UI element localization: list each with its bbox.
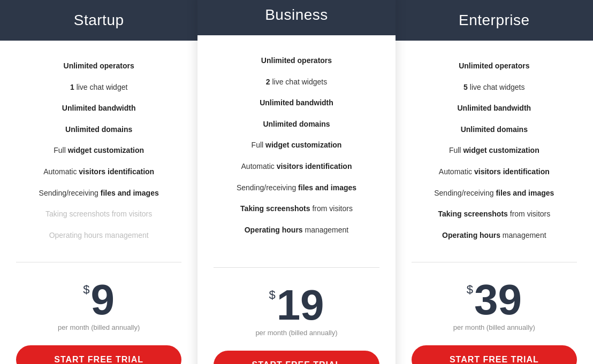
card-header-enterprise: Enterprise: [396, 0, 593, 41]
features-list-startup: Unlimited operators1 live chat widgetUnl…: [0, 41, 197, 257]
feature-item-enterprise-6: Sending/receiving files and images: [406, 183, 582, 204]
feature-item-business-6: Sending/receiving files and images: [208, 177, 384, 199]
feature-item-business-5: Automatic visitors identification: [208, 156, 384, 177]
plan-name-business: Business: [203, 6, 390, 24]
feature-item-enterprise-0: Unlimited operators: [406, 56, 582, 77]
feature-item-business-2: Unlimited bandwidth: [208, 92, 384, 114]
price-display-enterprise: $39: [401, 278, 588, 321]
divider-enterprise: [412, 262, 577, 262]
price-display-business: $19: [203, 284, 390, 327]
feature-item-business-4: Full widget customization: [208, 135, 384, 156]
currency-business: $: [269, 288, 275, 302]
pricing-section-startup: $9per month (billed annually): [0, 268, 197, 337]
pricing-card-business: BusinessUnlimited operators2 live chat w…: [197, 0, 395, 364]
feature-item-startup-1: 1 live chat widget: [11, 77, 187, 98]
amount-enterprise: 39: [474, 278, 522, 321]
feature-item-enterprise-8: Operating hours management: [406, 225, 582, 246]
billing-note-startup: per month (billed annually): [5, 323, 192, 331]
price-display-startup: $9: [5, 278, 192, 321]
feature-item-startup-2: Unlimited bandwidth: [11, 98, 187, 119]
feature-item-enterprise-3: Unlimited domains: [406, 119, 582, 141]
plan-name-startup: Startup: [5, 12, 192, 29]
amount-startup: 9: [91, 278, 115, 321]
cta-button-enterprise[interactable]: START FREE TRIAL: [412, 345, 577, 364]
feature-item-business-8: Operating hours management: [208, 220, 384, 241]
pricing-card-startup: StartupUnlimited operators1 live chat wi…: [0, 0, 197, 364]
feature-item-enterprise-5: Automatic visitors identification: [406, 161, 582, 183]
pricing-container: StartupUnlimited operators1 live chat wi…: [0, 0, 593, 364]
feature-item-enterprise-7: Taking screenshots from visitors: [406, 204, 582, 225]
feature-item-enterprise-1: 5 live chat widgets: [406, 77, 582, 98]
pricing-section-business: $19per month (billed annually): [197, 273, 395, 342]
cta-section-business: START FREE TRIAL: [197, 342, 395, 364]
feature-item-business-3: Unlimited domains: [208, 114, 384, 135]
currency-startup: $: [83, 283, 89, 297]
currency-enterprise: $: [467, 283, 473, 297]
feature-item-startup-7: Taking screenshots from visitors: [11, 204, 187, 225]
card-header-business: Business: [197, 0, 395, 35]
pricing-card-enterprise: EnterpriseUnlimited operators5 live chat…: [396, 0, 593, 364]
billing-note-enterprise: per month (billed annually): [401, 323, 588, 331]
pricing-section-enterprise: $39per month (billed annually): [396, 268, 593, 337]
feature-item-startup-3: Unlimited domains: [11, 119, 187, 141]
feature-item-startup-6: Sending/receiving files and images: [11, 183, 187, 204]
feature-item-startup-5: Automatic visitors identification: [11, 161, 187, 183]
cta-section-enterprise: START FREE TRIAL: [396, 337, 593, 364]
feature-item-enterprise-4: Full widget customization: [406, 140, 582, 161]
divider-startup: [16, 262, 181, 262]
plan-name-enterprise: Enterprise: [401, 12, 588, 29]
feature-item-startup-0: Unlimited operators: [11, 56, 187, 77]
divider-business: [214, 267, 379, 268]
features-list-enterprise: Unlimited operators5 live chat widgetsUn…: [396, 41, 593, 257]
cta-button-startup[interactable]: START FREE TRIAL: [16, 345, 181, 364]
feature-item-startup-4: Full widget customization: [11, 140, 187, 161]
cta-section-startup: START FREE TRIAL: [0, 337, 197, 364]
billing-note-business: per month (billed annually): [203, 329, 390, 337]
cta-button-business[interactable]: START FREE TRIAL: [214, 351, 379, 364]
features-list-business: Unlimited operators2 live chat widgetsUn…: [197, 35, 395, 262]
feature-item-enterprise-2: Unlimited bandwidth: [406, 98, 582, 119]
feature-item-startup-8: Operating hours management: [11, 225, 187, 246]
card-header-startup: Startup: [0, 0, 197, 41]
feature-item-business-0: Unlimited operators: [208, 50, 384, 72]
amount-business: 19: [277, 284, 324, 327]
feature-item-business-1: 2 live chat widgets: [208, 72, 384, 93]
feature-item-business-7: Taking screenshots from visitors: [208, 198, 384, 220]
